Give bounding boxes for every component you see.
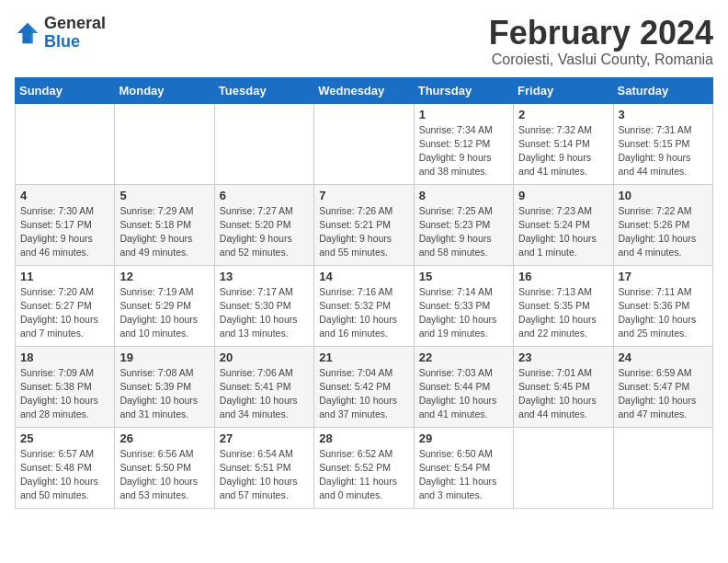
calendar-cell: 9Sunrise: 7:23 AM Sunset: 5:24 PM Daylig… [514,184,613,265]
day-info: Sunrise: 7:32 AM Sunset: 5:14 PM Dayligh… [518,123,608,179]
day-number: 2 [518,108,608,121]
calendar-cell: 12Sunrise: 7:19 AM Sunset: 5:29 PM Dayli… [115,265,214,346]
day-number: 1 [419,108,508,121]
calendar-cell: 16Sunrise: 7:13 AM Sunset: 5:35 PM Dayli… [514,265,613,346]
day-number: 17 [619,270,708,283]
day-number: 7 [319,189,408,202]
day-info: Sunrise: 7:06 AM Sunset: 5:41 PM Dayligh… [220,366,309,422]
calendar-header-saturday: Saturday [613,77,712,103]
day-info: Sunrise: 7:09 AM Sunset: 5:38 PM Dayligh… [20,366,109,422]
calendar-cell: 20Sunrise: 7:06 AM Sunset: 5:41 PM Dayli… [214,346,313,427]
day-number: 9 [518,189,608,202]
calendar-cell: 25Sunrise: 6:57 AM Sunset: 5:48 PM Dayli… [16,427,115,508]
calendar-header-monday: Monday [115,77,214,103]
day-number: 29 [419,431,508,445]
day-number: 16 [518,270,608,283]
day-info: Sunrise: 6:52 AM Sunset: 5:52 PM Dayligh… [319,447,408,503]
calendar-cell: 22Sunrise: 7:03 AM Sunset: 5:44 PM Dayli… [414,346,513,427]
calendar-cell: 1Sunrise: 7:34 AM Sunset: 5:12 PM Daylig… [414,103,513,184]
day-info: Sunrise: 6:59 AM Sunset: 5:47 PM Dayligh… [619,366,708,422]
day-number: 3 [619,108,708,121]
day-info: Sunrise: 7:16 AM Sunset: 5:32 PM Dayligh… [319,285,408,341]
day-info: Sunrise: 7:14 AM Sunset: 5:33 PM Dayligh… [419,285,508,341]
calendar-subtitle: Coroiesti, Vaslui County, Romania [489,52,713,68]
calendar-week-row: 18Sunrise: 7:09 AM Sunset: 5:38 PM Dayli… [16,346,713,427]
calendar-cell: 14Sunrise: 7:16 AM Sunset: 5:32 PM Dayli… [314,265,414,346]
day-number: 27 [220,431,309,445]
calendar-week-row: 25Sunrise: 6:57 AM Sunset: 5:48 PM Dayli… [16,427,713,508]
calendar-cell [514,427,613,508]
title-block: February 2024 Coroiesti, Vaslui County, … [489,15,713,68]
calendar-header-thursday: Thursday [414,77,513,103]
day-info: Sunrise: 6:56 AM Sunset: 5:50 PM Dayligh… [119,447,209,503]
day-number: 19 [119,350,209,364]
day-number: 20 [220,350,309,364]
day-info: Sunrise: 6:50 AM Sunset: 5:54 PM Dayligh… [419,447,508,503]
calendar-week-row: 11Sunrise: 7:20 AM Sunset: 5:27 PM Dayli… [16,265,713,346]
calendar-cell: 28Sunrise: 6:52 AM Sunset: 5:52 PM Dayli… [314,427,414,508]
day-number: 21 [319,350,408,364]
calendar-cell: 26Sunrise: 6:56 AM Sunset: 5:50 PM Dayli… [115,427,214,508]
calendar-cell [613,427,712,508]
calendar-cell: 2Sunrise: 7:32 AM Sunset: 5:14 PM Daylig… [514,103,613,184]
page-header: General Blue February 2024 Coroiesti, Va… [15,15,713,68]
calendar-cell: 3Sunrise: 7:31 AM Sunset: 5:15 PM Daylig… [613,103,712,184]
logo-blue-text: Blue [44,32,80,51]
day-number: 14 [319,270,408,283]
day-info: Sunrise: 7:23 AM Sunset: 5:24 PM Dayligh… [518,204,608,260]
calendar-cell [16,103,115,184]
day-number: 28 [319,431,408,445]
calendar-title: February 2024 [489,15,713,52]
day-info: Sunrise: 7:34 AM Sunset: 5:12 PM Dayligh… [419,123,508,179]
calendar-cell: 11Sunrise: 7:20 AM Sunset: 5:27 PM Dayli… [16,265,115,346]
day-info: Sunrise: 7:01 AM Sunset: 5:45 PM Dayligh… [518,366,608,422]
day-number: 26 [119,431,209,445]
calendar-header-tuesday: Tuesday [214,77,313,103]
day-number: 11 [20,270,109,283]
calendar-cell: 29Sunrise: 6:50 AM Sunset: 5:54 PM Dayli… [414,427,513,508]
calendar-cell: 8Sunrise: 7:25 AM Sunset: 5:23 PM Daylig… [414,184,513,265]
logo: General Blue [15,15,106,52]
logo-icon [15,20,40,46]
logo-text: General Blue [44,15,106,52]
calendar-week-row: 4Sunrise: 7:30 AM Sunset: 5:17 PM Daylig… [16,184,713,265]
calendar-cell: 18Sunrise: 7:09 AM Sunset: 5:38 PM Dayli… [16,346,115,427]
logo-general-text: General [44,14,106,32]
day-info: Sunrise: 7:27 AM Sunset: 5:20 PM Dayligh… [220,204,309,260]
calendar-cell: 17Sunrise: 7:11 AM Sunset: 5:36 PM Dayli… [613,265,712,346]
day-info: Sunrise: 6:57 AM Sunset: 5:48 PM Dayligh… [20,447,109,503]
calendar-week-row: 1Sunrise: 7:34 AM Sunset: 5:12 PM Daylig… [16,103,713,184]
day-info: Sunrise: 7:08 AM Sunset: 5:39 PM Dayligh… [119,366,209,422]
day-info: Sunrise: 7:26 AM Sunset: 5:21 PM Dayligh… [319,204,408,260]
calendar-header-wednesday: Wednesday [314,77,414,103]
calendar-header-row: SundayMondayTuesdayWednesdayThursdayFrid… [16,77,713,103]
day-number: 25 [20,431,109,445]
day-number: 10 [619,189,708,202]
day-number: 6 [220,189,309,202]
day-info: Sunrise: 7:11 AM Sunset: 5:36 PM Dayligh… [619,285,708,341]
day-number: 8 [419,189,508,202]
day-info: Sunrise: 7:04 AM Sunset: 5:42 PM Dayligh… [319,366,408,422]
day-number: 12 [119,270,209,283]
day-info: Sunrise: 6:54 AM Sunset: 5:51 PM Dayligh… [220,447,309,503]
calendar-cell: 27Sunrise: 6:54 AM Sunset: 5:51 PM Dayli… [214,427,313,508]
calendar-cell: 13Sunrise: 7:17 AM Sunset: 5:30 PM Dayli… [214,265,313,346]
day-info: Sunrise: 7:31 AM Sunset: 5:15 PM Dayligh… [619,123,708,179]
calendar-cell: 4Sunrise: 7:30 AM Sunset: 5:17 PM Daylig… [16,184,115,265]
day-number: 18 [20,350,109,364]
day-info: Sunrise: 7:03 AM Sunset: 5:44 PM Dayligh… [419,366,508,422]
day-info: Sunrise: 7:22 AM Sunset: 5:26 PM Dayligh… [619,204,708,260]
calendar-cell: 19Sunrise: 7:08 AM Sunset: 5:39 PM Dayli… [115,346,214,427]
day-info: Sunrise: 7:29 AM Sunset: 5:18 PM Dayligh… [119,204,209,260]
calendar-cell: 7Sunrise: 7:26 AM Sunset: 5:21 PM Daylig… [314,184,414,265]
calendar-cell [115,103,214,184]
day-info: Sunrise: 7:25 AM Sunset: 5:23 PM Dayligh… [419,204,508,260]
calendar-cell: 6Sunrise: 7:27 AM Sunset: 5:20 PM Daylig… [214,184,313,265]
calendar-header-sunday: Sunday [16,77,115,103]
day-info: Sunrise: 7:20 AM Sunset: 5:27 PM Dayligh… [20,285,109,341]
calendar-cell: 10Sunrise: 7:22 AM Sunset: 5:26 PM Dayli… [613,184,712,265]
day-number: 22 [419,350,508,364]
calendar-cell: 5Sunrise: 7:29 AM Sunset: 5:18 PM Daylig… [115,184,214,265]
calendar-cell: 23Sunrise: 7:01 AM Sunset: 5:45 PM Dayli… [514,346,613,427]
day-number: 24 [619,350,708,364]
